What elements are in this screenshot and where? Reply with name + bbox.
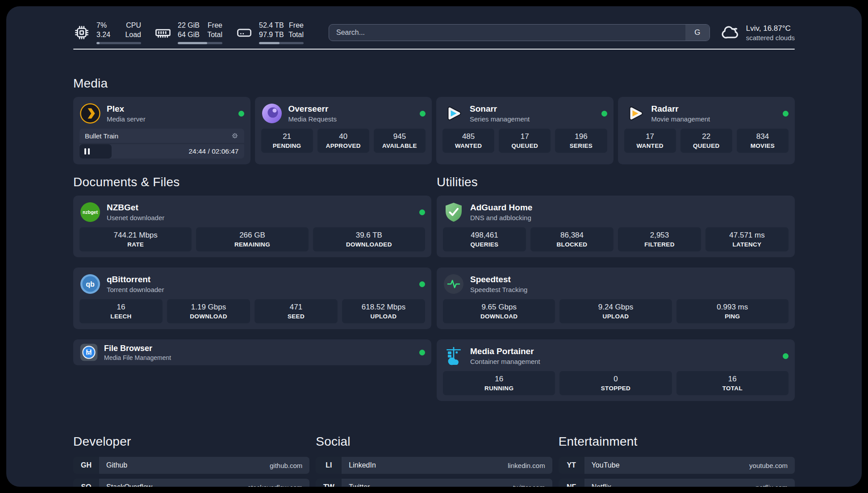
card-overseerr[interactable]: Overseerr Media Requests 21PENDING 40APP… xyxy=(255,97,432,164)
sonarr-subtitle: Series management xyxy=(470,115,530,123)
filebrowser-title: File Browser xyxy=(104,344,171,353)
stat-tile: 16TOTAL xyxy=(676,371,789,395)
stat-tile: 498,461QUERIES xyxy=(443,227,526,251)
plex-title: Plex xyxy=(107,104,146,114)
overseerr-status-dot xyxy=(420,111,426,117)
bookmark-youtube[interactable]: YT YouTubeyoutube.com xyxy=(559,457,795,474)
portainer-status-dot xyxy=(783,353,789,359)
playback-time: 24:44 / 02:06:47 xyxy=(188,147,238,155)
dashboard-panel: 7% CPU 3.24 Load 22 GiB Free xyxy=(6,6,862,487)
bookmark-abbr: TW xyxy=(316,479,342,487)
weather-condition: scattered clouds xyxy=(746,34,795,42)
disk-total-label: Total xyxy=(288,30,304,40)
cpu-usage-value: 7% xyxy=(96,21,107,30)
stat-tile: 0.993 msPING xyxy=(676,299,789,323)
stat-tile: 744.21 MbpsRATE xyxy=(79,227,192,251)
bookmark-abbr: YT xyxy=(559,457,584,474)
bookmark-name: Github xyxy=(106,461,127,469)
sonarr-title: Sonarr xyxy=(470,104,530,114)
stat-tile: 16LEECH xyxy=(79,299,163,323)
bookmark-name: LinkedIn xyxy=(349,461,376,469)
bookmark-abbr: SO xyxy=(73,479,99,487)
section-documents: Documents & Files nzbget NZBGet Usenet d… xyxy=(73,175,431,411)
section-title-social: Social xyxy=(316,435,552,449)
speedtest-title: Speedtest xyxy=(470,275,527,284)
playback-progress-bar[interactable]: 24:44 / 02:06:47 xyxy=(79,144,244,159)
bookmark-name: Twitter xyxy=(349,483,370,487)
stat-tile: 86,384BLOCKED xyxy=(530,227,613,251)
gear-icon[interactable] xyxy=(231,132,239,140)
card-plex[interactable]: Plex Media server Bullet Train 24:44 / 0… xyxy=(73,97,250,164)
card-portainer[interactable]: Media Portainer Container management 16R… xyxy=(437,339,795,401)
adguard-title: AdGuard Home xyxy=(470,203,532,213)
memory-total-value: 64 GiB xyxy=(178,30,200,40)
memory-progress-fill xyxy=(178,42,207,44)
weather-widget: Lviv, 16.87°C scattered clouds xyxy=(722,23,795,42)
stat-tile: 22QUEUED xyxy=(680,129,732,153)
bookmarks-developer: Developer GH Githubgithub.com SO StackOv… xyxy=(73,435,309,487)
adguard-subtitle: DNS and adblocking xyxy=(470,214,532,221)
card-speedtest[interactable]: Speedtest Speedtest Tracking 9.65 GbpsDO… xyxy=(437,267,795,329)
card-qbittorrent[interactable]: qb qBittorrent Torrent downloader 16LEEC… xyxy=(73,267,431,329)
memory-widget: 22 GiB Free 64 GiB Total xyxy=(154,21,222,45)
cloud-icon xyxy=(722,23,740,42)
now-playing-title: Bullet Train xyxy=(85,132,118,140)
cpu-progress-fill xyxy=(96,42,100,44)
disk-free-label: Free xyxy=(289,21,304,30)
stat-tile: 266 GBREMAINING xyxy=(196,227,308,251)
card-radarr[interactable]: Radarr Movie management 17WANTED 22QUEUE… xyxy=(618,97,795,164)
memory-free-label: Free xyxy=(208,21,222,30)
stat-tile: 16RUNNING xyxy=(443,371,555,395)
disk-free-value: 52.4 TB xyxy=(259,21,284,30)
section-title-documents: Documents & Files xyxy=(73,175,431,189)
bookmark-linkedin[interactable]: LI LinkedInlinkedin.com xyxy=(316,457,552,474)
portainer-title: Media Portainer xyxy=(470,347,540,356)
card-nzbget[interactable]: nzbget NZBGet Usenet downloader 744.21 M… xyxy=(73,196,431,257)
bookmark-github[interactable]: GH Githubgithub.com xyxy=(73,457,309,474)
section-title-media: Media xyxy=(73,76,795,91)
bookmark-name: StackOverflow xyxy=(106,483,152,487)
bookmark-name: YouTube xyxy=(592,461,620,469)
stat-tile: 17QUEUED xyxy=(499,129,551,153)
nzbget-status-dot xyxy=(419,209,425,215)
bookmark-abbr: GH xyxy=(73,457,99,474)
bookmark-twitter[interactable]: TW Twittertwitter.com xyxy=(316,479,552,487)
bookmark-netflix[interactable]: NF Netflixnetflix.com xyxy=(559,479,795,487)
stat-tile: 0STOPPED xyxy=(559,371,672,395)
filebrowser-icon xyxy=(79,343,98,362)
stat-tile: 485WANTED xyxy=(442,129,494,153)
weather-location-temp: Lviv, 16.87°C xyxy=(746,24,795,33)
bookmark-url: youtube.com xyxy=(749,462,788,469)
stat-tile: 834MOVIES xyxy=(737,129,789,153)
radarr-status-dot xyxy=(783,111,789,117)
stat-tile: 618.52 MbpsUPLOAD xyxy=(342,299,425,323)
radarr-subtitle: Movie management xyxy=(651,115,710,123)
bookmark-stackoverflow[interactable]: SO StackOverflowstackoverflow.com xyxy=(73,479,309,487)
pause-icon[interactable] xyxy=(84,148,90,155)
bookmarks-entertainment: Entertainment YT YouTubeyoutube.com NF N… xyxy=(559,435,795,487)
nzbget-title: NZBGet xyxy=(107,203,164,213)
cpu-icon xyxy=(73,24,90,41)
section-title-entertainment: Entertainment xyxy=(559,435,795,449)
overseerr-icon xyxy=(261,103,283,124)
svg-text:qb: qb xyxy=(86,280,95,288)
adguard-icon xyxy=(443,201,464,223)
overseerr-subtitle: Media Requests xyxy=(288,115,337,123)
plex-status-dot xyxy=(238,111,244,117)
stat-tile: 9.24 GbpsUPLOAD xyxy=(559,299,672,323)
overseerr-title: Overseerr xyxy=(288,104,337,114)
stat-tile: 47.571 msLATENCY xyxy=(705,227,789,251)
search-input[interactable] xyxy=(329,25,685,41)
svg-text:nzbget: nzbget xyxy=(83,209,98,215)
card-filebrowser[interactable]: File Browser Media File Management xyxy=(73,339,431,365)
cpu-usage-label: CPU xyxy=(126,21,141,30)
qbittorrent-icon: qb xyxy=(79,273,101,295)
radarr-title: Radarr xyxy=(651,104,710,114)
section-title-utilities: Utilities xyxy=(437,175,795,189)
sonarr-icon xyxy=(442,103,464,124)
card-sonarr[interactable]: Sonarr Series management 485WANTED 17QUE… xyxy=(436,97,613,164)
search-engine-button[interactable]: G xyxy=(685,25,709,41)
disk-icon xyxy=(236,24,253,41)
card-adguard[interactable]: AdGuard Home DNS and adblocking 498,461Q… xyxy=(437,196,795,257)
qbittorrent-subtitle: Torrent downloader xyxy=(107,286,164,293)
